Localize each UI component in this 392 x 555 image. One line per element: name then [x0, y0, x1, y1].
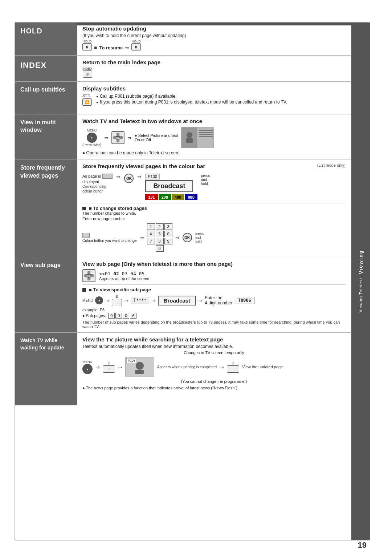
subpage-digits: 0 0 0 6 — [108, 313, 136, 319]
sub-arrow4-icon: ⇒ — [198, 297, 203, 303]
digit-0-2: 0 — [115, 313, 122, 319]
watchtv-y-button-icon: □ — [103, 365, 115, 373]
p100-ref-box: P100 — [145, 174, 160, 179]
sidebar-viewing-label: Viewing — [358, 250, 364, 274]
watchtv-menu-circle-icon: ● — [82, 364, 93, 374]
sub-menu-label: MENU — [82, 299, 93, 303]
num-2: 2 — [156, 223, 164, 230]
t-ref-box: T0006 — [235, 297, 254, 304]
page-indicator: <<01 02 03 04 05— — [99, 271, 149, 276]
multiwindow-label: View in multi window — [15, 114, 77, 159]
store-label: Store frequently viewed pages — [15, 159, 77, 257]
to-resume-text: To resume — [99, 45, 123, 50]
tv-thumbnail-icon — [181, 127, 214, 148]
sub-arrow3-icon: ⇒ — [151, 297, 156, 303]
press-twice-label: (Press twice) — [82, 143, 101, 147]
digit-0-3: 0 — [123, 313, 129, 319]
divider2 — [82, 284, 346, 285]
sttl-label: STTL — [82, 94, 91, 98]
watchtv-y2-button-icon: □ — [227, 365, 239, 373]
num-4: 4 — [147, 231, 155, 237]
sub-pages-label: ● Sub pages: — [82, 313, 106, 318]
num-8: 8 — [156, 238, 164, 244]
view-specific-title: ■ To view specific sub page — [82, 287, 346, 292]
hold-button-icon2: ⏸ — [131, 43, 141, 50]
corresponding-label: Corresponding — [82, 185, 106, 189]
number-grid: 1 2 3 4 5 6 7 8 9 0 — [147, 223, 172, 252]
index-content: Return to the main index page INDEX ① — [77, 56, 351, 81]
watchtv-menu-button: MENU ● — [82, 360, 93, 374]
svg-rect-11 — [135, 370, 144, 374]
store-title: Store frequently viewed pages in the col… — [82, 163, 205, 169]
colour-btn-blue: 888 — [185, 194, 197, 200]
press-hold-label: press and hold — [201, 174, 210, 186]
sub-pages-note: The number of sub pages varies depending… — [82, 320, 346, 329]
watchtv-title: View the TV picture while searching for … — [82, 336, 346, 343]
enter-new-page-label: Enter new page number — [82, 216, 346, 221]
store-arrow2-icon: ⇒ — [137, 174, 142, 179]
hold-row: HOLD Stop automatic updating (If you wis… — [15, 23, 351, 56]
hold-icon-row: HOLD ⏸ ■ To resume ⇒ HOLD ⏸ — [82, 40, 346, 50]
list-mode-label: (List mode only) — [317, 163, 346, 167]
square-bullet2-icon — [82, 288, 86, 292]
b-button-icon: □ — [112, 299, 122, 306]
news-note-label: ● The news page provides a function that… — [82, 386, 346, 390]
hold-title: Stop automatic updating — [82, 25, 346, 32]
num-0: 0 — [156, 245, 164, 252]
multiwindow-arrow2-icon: ⇒ — [127, 135, 132, 141]
multiwindow-arrow1-icon: ⇒ — [104, 135, 109, 141]
num-3: 3 — [164, 223, 172, 230]
page-display-box — [102, 174, 113, 179]
colour-button-label: colour button — [82, 189, 103, 193]
callup-row: Call up subtitles Display subtitles STTL… — [15, 82, 351, 114]
watchtv-y2-label: Y — [232, 362, 234, 365]
displayed-label: displayed — [82, 179, 99, 184]
watchtv-note1: Teletext automatically updates itself wh… — [82, 344, 346, 349]
index-title: Return to the main index page — [82, 59, 346, 65]
hold-subtitle: (If you wish to hold the current page wi… — [82, 33, 346, 38]
svg-text:OK: OK — [116, 137, 120, 139]
cannot-change-label: (You cannot change the programme.) — [82, 379, 346, 384]
multiwindow-title: Watch TV and Teletext in two windows at … — [82, 118, 346, 124]
index-row: INDEX Return to the main index page INDE… — [15, 56, 351, 82]
change-stored-title: ■ To change stored pages — [82, 206, 346, 211]
callup-bullet2: If you press this button during P801 is … — [96, 100, 287, 105]
sidebar-teletext-label: Viewing Teletext — [359, 278, 363, 312]
callup-bullet1: Call up P801 (subtitle page) if availabl… — [96, 94, 287, 99]
change-arrow1-icon: ⇒ — [140, 235, 144, 240]
sub-menu-circle-icon: ● — [95, 296, 103, 304]
digit-0-1: 0 — [108, 313, 115, 319]
watchtv-arrow3-icon: ⇒ — [220, 364, 224, 370]
callup-bullets: Call up P801 (subtitle page) if availabl… — [96, 94, 287, 105]
colour-bar-stored: 101 200 400 888 — [145, 194, 197, 200]
index-small-label: INDEX — [82, 67, 93, 70]
watchtv-row: Watch TV while waiting for update View t… — [15, 333, 351, 405]
right-sidebar: Viewing Viewing Teletext — [351, 23, 370, 540]
watchtv-content: View the TV picture while searching for … — [77, 333, 351, 405]
watchtv-menu-label: MENU — [83, 360, 93, 364]
sub-arrow2-icon: ⇒ — [124, 297, 128, 303]
colour-btn-green: 200 — [159, 194, 171, 200]
colour-change-box — [82, 233, 90, 238]
changes-label: Changes to TV screen temporarily — [82, 351, 346, 355]
store-arrow1-icon: ⇒ — [116, 174, 121, 179]
nav-cross2-icon: OK — [82, 269, 95, 282]
store-content: Store frequently viewed pages in the col… — [77, 159, 351, 257]
arrow-right2-icon: ⇒ — [125, 45, 129, 50]
ok-button-icon: OK — [124, 174, 134, 183]
watchtv-arrow1-icon: ⇒ — [95, 364, 100, 370]
appears-top-label: Appears at top of the screen — [99, 276, 149, 281]
viewsub-label: View sub page — [15, 257, 77, 332]
menu-button: MENU ● (Press twice) — [82, 129, 101, 147]
nav-cross-icon: OK — [111, 131, 124, 144]
main-content: HOLD Stop automatic updating (If you wis… — [15, 23, 351, 540]
num-7: 7 — [147, 238, 155, 244]
b-label: B — [116, 295, 118, 299]
broadcast-label2: Broadcast — [158, 296, 196, 305]
square-bullet-icon — [82, 207, 86, 210]
menu-circle-icon: ● — [87, 133, 97, 143]
p108-badge: P108 — [126, 358, 137, 363]
broadcast-label: Broadcast — [145, 180, 193, 192]
multiwindow-row: View in multi window Watch TV and Telete… — [15, 114, 351, 159]
as-page-is-label: As page is — [82, 174, 101, 178]
